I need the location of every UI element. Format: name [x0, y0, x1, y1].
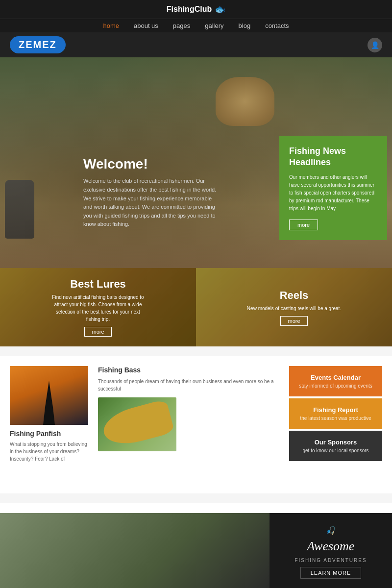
fishing-report-card[interactable]: Fishing Report the latest season was pro… — [289, 398, 382, 429]
lures-card: Best Lures Find new artificial fishing b… — [0, 268, 196, 346]
events-title: Events Calendar — [297, 374, 374, 381]
reels-description: New models of casting reels will be a gr… — [247, 305, 341, 312]
bass-fish-shape — [99, 399, 174, 450]
panfish-card: Fishing Panfish What is stopping you fro… — [10, 366, 88, 463]
nav-contacts[interactable]: contacts — [265, 22, 289, 29]
panfish-silhouette — [39, 381, 59, 425]
nav-gallery[interactable]: gallery — [205, 22, 223, 29]
bass-title: Fishing Bass — [98, 366, 279, 374]
news-heading: Fishing News Headlines — [289, 146, 377, 169]
awesome-banner-right: 🎣 Awesome FISHING ADVENTURES LEARN MORE — [270, 513, 392, 588]
nav-pages[interactable]: pages — [173, 22, 190, 29]
bass-text: Thousands of people dream of having thei… — [98, 378, 279, 392]
couple-silhouette — [0, 513, 270, 588]
user-glyph: 👤 — [371, 41, 379, 49]
hero-welcome-box: Welcome! Welcome to the club of recreati… — [83, 156, 220, 229]
bass-fish-image — [98, 397, 176, 451]
user-icon[interactable]: 👤 — [368, 38, 382, 52]
sponsors-title: Our Sponsors — [297, 439, 374, 446]
news-box: Fishing News Headlines Our members and o… — [279, 136, 387, 240]
awesome-banner: 🎣 Awesome FISHING ADVENTURES LEARN MORE — [0, 513, 392, 588]
logo-area: FishingClub 🐟 — [167, 4, 225, 15]
reels-card: Reels New models of casting reels will b… — [196, 268, 392, 346]
news-text: Our members and other anglers will have … — [289, 173, 377, 213]
hero-boots-decor — [5, 180, 34, 239]
lures-description: Find new artificial fishing baits design… — [49, 294, 147, 323]
nav-home[interactable]: home — [103, 22, 119, 29]
awesome-title: Awesome — [307, 539, 355, 554]
lures-title: Best Lures — [49, 278, 147, 291]
learn-more-button[interactable]: LEARN MORE — [300, 567, 362, 579]
awesome-banner-image — [0, 513, 270, 588]
reels-content: Reels New models of casting reels will b… — [242, 284, 346, 331]
hero-section: Welcome! Welcome to the club of recreati… — [0, 57, 392, 268]
panfish-image — [10, 366, 88, 425]
panfish-text: What is stopping you from believing in t… — [10, 441, 88, 463]
panfish-title: Fishing Panfish — [10, 430, 88, 438]
zemez-bar: ZEMEZ 👤 — [0, 32, 392, 57]
info-section: Fishing Panfish What is stopping you fro… — [0, 366, 392, 493]
nav-bar: home about us pages gallery blog contact… — [0, 19, 392, 32]
reels-more-button[interactable]: more — [280, 316, 307, 326]
fish-icon: 🐟 — [215, 4, 225, 15]
awesome-subtitle: FISHING ADVENTURES — [294, 558, 367, 563]
fishing-rod-icon: 🎣 — [326, 526, 336, 535]
hero-basket-decor — [216, 77, 274, 126]
lures-content: Best Lures Find new artificial fishing b… — [44, 273, 152, 342]
hero-heading: Welcome! — [83, 156, 220, 172]
events-calendar-card[interactable]: Events Calendar stay informed of upcomin… — [289, 366, 382, 396]
section-gap-2 — [0, 493, 392, 503]
top-bar: FishingClub 🐟 — [0, 0, 392, 19]
bass-card: Fishing Bass Thousands of people dream o… — [88, 366, 289, 451]
products-row: Best Lures Find new artificial fishing b… — [0, 268, 392, 346]
report-title: Fishing Report — [297, 406, 374, 414]
lures-more-button[interactable]: more — [84, 327, 111, 337]
zemez-logo[interactable]: ZEMEZ — [10, 36, 66, 53]
nav-blog[interactable]: blog — [239, 22, 251, 29]
site-name: FishingClub — [167, 5, 212, 14]
events-subtitle: stay informed of upcoming events — [297, 383, 374, 389]
section-gap-1 — [0, 346, 392, 356]
hero-text: Welcome to the club of recreational fish… — [83, 177, 220, 229]
news-more-button[interactable]: more — [289, 220, 318, 230]
sidebar-cards: Events Calendar stay informed of upcomin… — [289, 366, 382, 461]
sponsors-card[interactable]: Our Sponsors get to know our local spons… — [289, 431, 382, 461]
reels-title: Reels — [247, 289, 341, 302]
nav-about[interactable]: about us — [134, 22, 158, 29]
report-subtitle: the latest season was productive — [297, 416, 374, 421]
sponsors-subtitle: get to know our local sponsors — [297, 448, 374, 453]
